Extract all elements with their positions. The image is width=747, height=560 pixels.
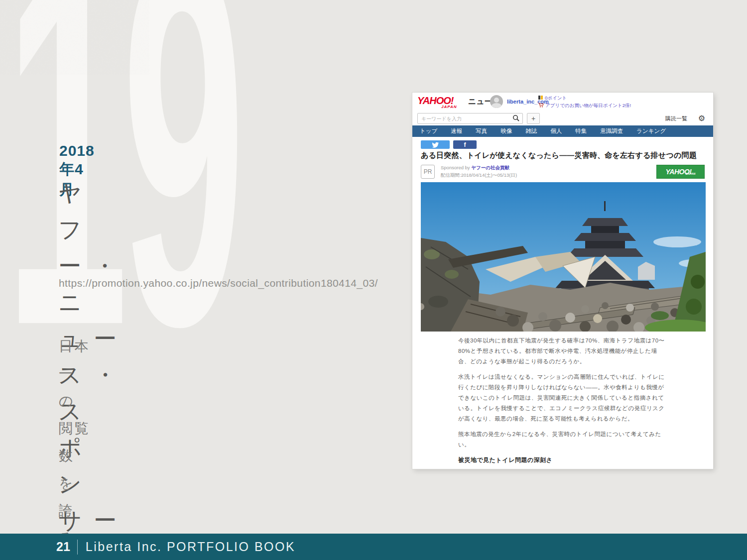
sponsored-line: Sponsored by ヤフーの社会貢献	[441, 165, 509, 171]
sponsor-link[interactable]: ヤフーの社会貢献	[471, 165, 509, 170]
points-icon	[538, 95, 543, 100]
points-link[interactable]: 0ポイント	[538, 95, 567, 102]
avatar-body-shape	[492, 103, 501, 108]
facebook-share-button[interactable]: f	[453, 140, 477, 149]
twitter-share-button[interactable]	[421, 140, 450, 149]
shopping-promo-link[interactable]: アプリでのお買い物が毎日ポイント2倍!	[538, 103, 631, 109]
nav-item-survey[interactable]: 意識調査	[600, 127, 623, 135]
cart-icon	[538, 103, 544, 108]
project-description: 日本一の閲覧数を誇るヤフー・ニュースのス ポンサードコンテンツを制作開始。 社会…	[59, 333, 90, 560]
nav-item-personal[interactable]: 個人	[550, 127, 562, 135]
portfolio-page: 19 2018年4月 ヤフー・ニュース・ スポンサードコンテンツ https:/…	[0, 0, 747, 560]
page-number: 21	[56, 540, 70, 554]
description-line: 日本一の閲覧数を誇るヤフー・ニュースのス	[59, 333, 90, 560]
article-paragraph: 今後30年以内に首都直下地震が発生する確率は70%、南海トラフ地震は70〜80%…	[458, 336, 667, 367]
yahoo-news-screenshot: YAHOO! JAPAN ニュース liberta_inc_com 0ポイント …	[412, 93, 713, 469]
nav-item-feature[interactable]: 特集	[575, 127, 587, 135]
avatar-head-shape	[494, 98, 499, 103]
settings-gear-icon[interactable]: ⚙	[698, 113, 705, 123]
footer-divider	[77, 540, 78, 555]
yahoo-header: YAHOO! JAPAN ニュース liberta_inc_com 0ポイント …	[412, 93, 713, 112]
promo-label: アプリでのお買い物が毎日ポイント2倍!	[545, 103, 631, 108]
article-paragraph: 水洗トイレは流せなくなる。マンションの高層階に住んでいれば、トイレに行くたびに階…	[458, 372, 667, 424]
pr-badge: PR	[421, 165, 435, 179]
nav-item-magazine[interactable]: 雑誌	[525, 127, 537, 135]
yahoo-logo-japan-text: JAPAN	[441, 105, 457, 109]
sponsored-prefix: Sponsored by	[441, 165, 471, 170]
yahoo-logo[interactable]: YAHOO! JAPAN	[417, 95, 465, 110]
article-body: 今後30年以内に首都直下地震が発生する確率は70%、南海トラフ地震は70〜80%…	[458, 336, 667, 469]
yahoo-japan-badge[interactable]: YAHOO! JAPAN	[656, 165, 705, 179]
twitter-bird-icon	[432, 142, 439, 148]
badge-logo-japan-text: JAPAN	[686, 172, 696, 175]
add-tab-button[interactable]: +	[527, 113, 540, 124]
nav-item-photo[interactable]: 写真	[476, 127, 487, 135]
search-input[interactable]	[417, 113, 523, 124]
nav-item-top[interactable]: トップ	[420, 127, 437, 135]
subscriptions-link[interactable]: 購読一覧	[665, 115, 687, 122]
pr-row: PR Sponsored by ヤフーの社会貢献 配信期間:2018/04/14…	[421, 164, 706, 181]
search-button[interactable]	[512, 114, 520, 122]
news-nav: トップ 速報 写真 映像 雑誌 個人 特集 意識調査 ランキング	[412, 125, 713, 137]
points-label: 0ポイント	[545, 95, 567, 101]
earthquake-photo-illustration	[421, 182, 706, 332]
kumamoto-castle-photo	[421, 182, 706, 332]
footer-bar: 21 Liberta Inc. PORTFOLIO BOOK	[0, 534, 747, 560]
search-row: + 購読一覧 ⚙	[412, 112, 713, 125]
nav-item-flash[interactable]: 速報	[451, 127, 462, 135]
article-url: https://promotion.yahoo.co.jp/news/socia…	[59, 277, 378, 289]
share-buttons: f	[421, 140, 477, 149]
search-icon	[512, 114, 519, 121]
nav-item-ranking[interactable]: ランキング	[636, 127, 666, 135]
nav-item-video[interactable]: 映像	[500, 127, 512, 135]
delivery-period: 配信期間:2018/04/14(土)〜05/13(日)	[441, 172, 517, 179]
article-paragraph: 熊本地震の発生から2年になる今、災害時のトイレ問題について考えてみたい。	[458, 429, 667, 450]
footer-label: Liberta Inc. PORTFOLIO BOOK	[86, 540, 295, 554]
article-title: ある日突然、トイレが使えなくなったら――災害時、命を左右する排せつの問題	[421, 151, 706, 160]
article-subheading: 被災地で見たトイレ問題の深刻さ	[458, 455, 667, 465]
avatar[interactable]	[490, 95, 503, 108]
